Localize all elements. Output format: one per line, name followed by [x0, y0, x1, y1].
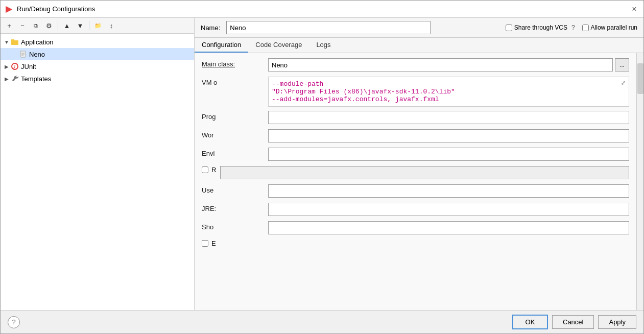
redirect-label: R [211, 166, 216, 174]
redirect-row: R [202, 166, 629, 180]
move-up-button[interactable]: ▲ [61, 20, 73, 31]
working-dir-row: Wor [202, 129, 629, 144]
program-params-input[interactable] [268, 111, 629, 124]
share-vcs-item: Share through VCS ? [506, 24, 575, 31]
toolbar-separator-2 [89, 21, 89, 30]
close-button[interactable]: × [629, 4, 639, 14]
enable-coverage-row: E [202, 240, 629, 254]
wrench-icon [11, 75, 19, 83]
header-checkboxes: Share through VCS ? Allow parallel run [506, 24, 637, 31]
copy-button[interactable]: ⧉ [30, 20, 41, 31]
add-button[interactable]: + [4, 20, 15, 31]
tree-label-templates: Templates [21, 75, 51, 83]
vm-options-content: --module-path "D:\Program Files (x86)\ja… [269, 77, 629, 106]
share-vcs-checkbox[interactable] [506, 25, 512, 31]
tree-toggle-neno [11, 50, 19, 58]
main-class-input-row: ... [268, 58, 629, 71]
use-classpath-label: Use [202, 184, 268, 194]
jre-row: JRE: [202, 203, 629, 217]
left-panel: + − ⧉ ⚙ ▲ ▼ 📁 ↕ ▼ [1, 18, 195, 310]
ok-button[interactable]: OK [512, 315, 548, 329]
name-input[interactable] [226, 21, 431, 34]
new-folder-button[interactable]: 📁 [92, 20, 104, 31]
tree-node-neno[interactable]: Neno [1, 48, 194, 60]
redirect-input[interactable] [220, 166, 629, 179]
tree-node-junit[interactable]: ▶ J JUnit [1, 60, 194, 73]
browse-button[interactable]: ... [615, 58, 629, 71]
tree-area[interactable]: ▼ Application [1, 34, 194, 310]
tree-label-neno: Neno [29, 51, 45, 58]
tab-code-coverage[interactable]: Code Coverage [248, 38, 309, 53]
enable-coverage-label: E [211, 240, 216, 247]
tree-label-junit: JUnit [21, 63, 36, 70]
scrollbar-thumb[interactable] [637, 63, 643, 94]
env-vars-row: Envi [202, 148, 629, 162]
env-vars-input[interactable] [268, 148, 629, 161]
vcs-help-icon[interactable]: ? [571, 24, 575, 31]
bottom-bar: ? OK Cancel Apply [1, 310, 643, 333]
redirect-checkbox[interactable] [202, 166, 208, 173]
vm-expand-button[interactable]: ⤢ [618, 78, 628, 87]
tree-toggle-templates[interactable]: ▶ [3, 75, 11, 83]
page-icon [19, 50, 27, 58]
folder-icon [11, 38, 19, 46]
sort-button[interactable]: ↕ [106, 20, 117, 31]
tree-node-templates[interactable]: ▶ Templates [1, 73, 194, 85]
apply-button[interactable]: Apply [598, 315, 636, 329]
app-icon: ▶ [6, 4, 12, 14]
enable-coverage-checkbox[interactable] [202, 240, 208, 247]
vm-line-2: "D:\Program Files (x86)\javafx-sdk-11.0.… [272, 88, 617, 96]
svg-rect-0 [11, 40, 18, 45]
vm-line-3: --add-modules=javafx.controls, javafx.fx… [272, 96, 617, 103]
vm-options-label: VM o [202, 77, 268, 86]
vm-options-row: VM o --module-path "D:\Program Files (x8… [202, 77, 629, 107]
use-classpath-row: Use [202, 184, 629, 199]
remove-button[interactable]: − [17, 20, 28, 31]
settings-button[interactable]: ⚙ [43, 20, 55, 31]
shorten-cmd-input[interactable] [268, 221, 629, 234]
config-area: Main class: ... VM o --module-path "D:\ [195, 53, 636, 310]
jre-label: JRE: [202, 203, 268, 212]
working-dir-input[interactable] [268, 129, 629, 142]
main-class-row: Main class: ... [202, 58, 629, 73]
junit-icon: J [11, 62, 19, 70]
tree-toggle-application[interactable]: ▼ [3, 38, 11, 46]
svg-rect-1 [11, 39, 14, 41]
run-debug-dialog: ▶ Run/Debug Configurations × + − ⧉ ⚙ ▲ ▼… [0, 0, 644, 334]
tabs-row: Configuration Code Coverage Logs [195, 38, 643, 53]
right-header: Name: Share through VCS ? Allow parallel… [195, 18, 643, 38]
title-bar: ▶ Run/Debug Configurations × [1, 1, 643, 18]
tree-toggle-junit[interactable]: ▶ [3, 62, 11, 70]
main-content: + − ⧉ ⚙ ▲ ▼ 📁 ↕ ▼ [1, 18, 643, 310]
toolbar: + − ⧉ ⚙ ▲ ▼ 📁 ↕ [1, 18, 194, 34]
parallel-run-item: Allow parallel run [582, 24, 637, 31]
tab-configuration[interactable]: Configuration [195, 38, 248, 53]
name-label: Name: [201, 24, 220, 32]
use-classpath-input[interactable] [268, 184, 629, 198]
tab-logs[interactable]: Logs [309, 38, 338, 53]
vm-options-box[interactable]: --module-path "D:\Program Files (x86)\ja… [268, 77, 629, 107]
right-panel: Name: Share through VCS ? Allow parallel… [195, 18, 643, 310]
main-class-label: Main class: [202, 58, 268, 68]
help-button[interactable]: ? [8, 316, 20, 328]
env-vars-label: Envi [202, 148, 268, 157]
share-vcs-label: Share through VCS [514, 24, 567, 31]
working-dir-label: Wor [202, 129, 268, 139]
shorten-cmd-label: Sho [202, 221, 268, 231]
main-class-input[interactable] [268, 58, 613, 71]
program-params-row: Prog [202, 111, 629, 125]
toolbar-separator-1 [58, 21, 58, 30]
scrollbar[interactable] [636, 53, 643, 310]
shorten-cmd-row: Sho [202, 221, 629, 235]
parallel-run-checkbox[interactable] [582, 25, 589, 31]
vm-line-1: --module-path [272, 80, 617, 88]
dialog-icon: ▶ [5, 5, 13, 13]
cancel-button[interactable]: Cancel [552, 315, 594, 329]
tree-label-application: Application [21, 38, 54, 46]
tree-node-application[interactable]: ▼ Application [1, 36, 194, 48]
dialog-title: Run/Debug Configurations [17, 5, 625, 13]
program-params-label: Prog [202, 111, 268, 121]
move-down-button[interactable]: ▼ [75, 20, 86, 31]
jre-input[interactable] [268, 203, 629, 216]
parallel-run-label: Allow parallel run [591, 24, 637, 31]
